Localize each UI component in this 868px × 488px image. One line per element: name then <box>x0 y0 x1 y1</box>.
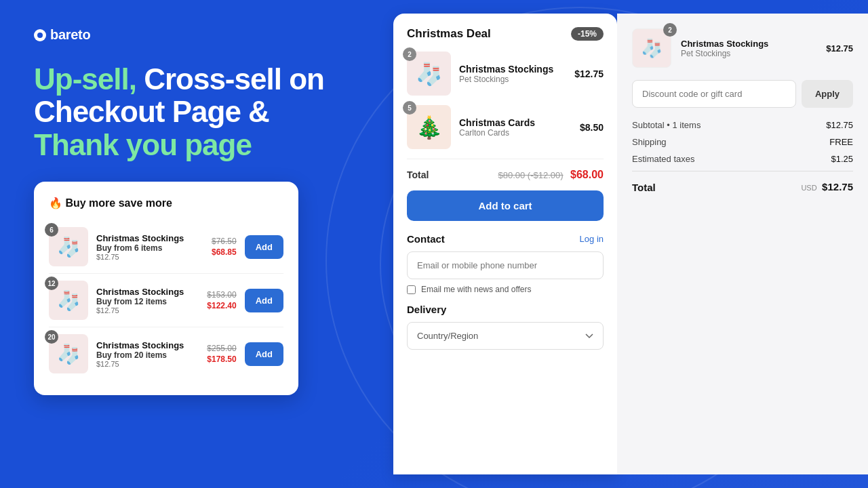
deal-cards-info: Christmas Cards Carlton Cards <box>459 117 572 138</box>
page-layout: bareto Up-sell, Cross-sell onCheckout Pa… <box>0 0 868 488</box>
headline-green2: Thank you page <box>34 128 252 161</box>
left-panel: bareto Up-sell, Cross-sell onCheckout Pa… <box>0 0 393 488</box>
summary-item-row: 2 🧦 Christmas Stockings Pet Stockings $1… <box>632 28 853 68</box>
total-value-group: USD $12.75 <box>801 181 853 193</box>
right-panel: Christmas Deal -15% 2 🧦 Christmas Stocki… <box>393 0 868 488</box>
taxes-label: Estimated taxes <box>632 154 695 164</box>
subtotal-value: $12.75 <box>826 120 853 130</box>
headline-green: Up-sell, <box>34 62 136 96</box>
total-value: $12.75 <box>822 181 853 192</box>
subtotal-row: Subtotal • 1 items $12.75 <box>632 120 853 130</box>
item-price-sale-1: $68.85 <box>212 247 237 257</box>
item-name-2: Christmas Stockings <box>96 287 199 297</box>
delivery-title: Delivery <box>407 304 604 315</box>
logo: bareto <box>34 27 359 43</box>
item-img-wrap-1: 6 🧦 <box>49 227 88 266</box>
logo-icon <box>34 29 46 41</box>
shipping-label: Shipping <box>632 137 667 147</box>
item-img-wrap-3: 20 🧦 <box>49 334 88 373</box>
item-price-orig-3: $255.00 <box>207 344 236 353</box>
email-input[interactable] <box>407 251 604 279</box>
add-button-2[interactable]: Add <box>245 289 283 312</box>
deal-stocking-img-wrap: 2 🧦 <box>407 52 451 96</box>
item-prices-2: $153.00 $122.40 <box>207 290 236 310</box>
item-unit-1: $12.75 <box>96 253 203 261</box>
add-button-1[interactable]: Add <box>245 235 283 259</box>
item-price-orig-2: $153.00 <box>207 290 236 300</box>
item-sub-3: Buy from 20 items <box>96 350 199 360</box>
item-price-sale-2: $122.40 <box>207 301 236 310</box>
deal-total-label: Total <box>407 169 429 180</box>
deal-total-orig: $80.00 (-$12.00) <box>498 170 563 180</box>
item-info-1: Christmas Stockings Buy from 6 items $12… <box>96 233 203 261</box>
upsell-item-3: 20 🧦 Christmas Stockings Buy from 20 ite… <box>49 327 283 380</box>
contact-header: Contact Log in <box>407 233 604 245</box>
upsell-widget: 🔥 Buy more save more 6 🧦 Christmas Stock… <box>34 182 298 395</box>
deal-cards-name: Christmas Cards <box>459 117 572 128</box>
item-unit-2: $12.75 <box>96 306 199 314</box>
item-unit-3: $12.75 <box>96 360 199 368</box>
summary-item-sub: Pet Stockings <box>681 49 816 58</box>
discount-input[interactable] <box>632 80 796 108</box>
add-to-cart-button[interactable]: Add to cart <box>407 190 604 221</box>
headline: Up-sell, Cross-sell onCheckout Page & Th… <box>34 63 359 161</box>
item-img-wrap-2: 12 🧦 <box>49 281 88 320</box>
checkout-card: Christmas Deal -15% 2 🧦 Christmas Stocki… <box>393 14 617 474</box>
upsell-title: 🔥 Buy more save more <box>49 197 283 209</box>
taxes-row: Estimated taxes $1.25 <box>632 154 853 164</box>
deal-cards-img-wrap: 5 🎄 <box>407 105 451 149</box>
total-row: Total USD $12.75 <box>632 171 853 193</box>
deal-cards-sub: Carlton Cards <box>459 128 572 138</box>
newsletter-checkbox-row: Email me with news and offers <box>407 285 604 294</box>
logo-text: bareto <box>50 27 90 43</box>
country-select[interactable]: Country/Region <box>407 322 604 350</box>
total-label: Total <box>632 182 656 193</box>
deal-stocking-price: $12.75 <box>574 68 604 79</box>
item-name-1: Christmas Stockings <box>96 233 203 243</box>
deal-total-sale: $68.00 <box>570 169 604 180</box>
taxes-value: $1.25 <box>831 154 853 164</box>
item-price-sale-3: $178.50 <box>207 354 236 364</box>
summary-img-wrap: 2 🧦 <box>632 28 671 68</box>
upsell-item-2: 12 🧦 Christmas Stockings Buy from 12 ite… <box>49 274 283 327</box>
deal-total-row: Total $80.00 (-$12.00) $68.00 <box>407 159 604 181</box>
item-info-2: Christmas Stockings Buy from 12 items $1… <box>96 287 199 314</box>
deal-header: Christmas Deal -15% <box>407 27 604 41</box>
delivery-section: Delivery Country/Region <box>407 304 604 350</box>
deal-total-prices: $80.00 (-$12.00) $68.00 <box>498 169 604 181</box>
summary-item-name: Christmas Stockings <box>681 39 816 49</box>
item-info-3: Christmas Stockings Buy from 20 items $1… <box>96 340 199 368</box>
order-summary-panel: 2 🧦 Christmas Stockings Pet Stockings $1… <box>617 14 868 474</box>
upsell-item-1: 6 🧦 Christmas Stockings Buy from 6 items… <box>49 220 283 274</box>
deal-cards-price: $8.50 <box>580 122 604 133</box>
item-price-orig-1: $76.50 <box>212 237 237 246</box>
deal-item-stockings: 2 🧦 Christmas Stockings Pet Stockings $1… <box>407 52 604 96</box>
summary-item-info: Christmas Stockings Pet Stockings <box>681 39 816 58</box>
deal-badge: -15% <box>571 27 604 41</box>
item-sub-2: Buy from 12 items <box>96 297 199 306</box>
deal-stocking-sub: Pet Stockings <box>459 75 566 84</box>
log-in-link[interactable]: Log in <box>580 234 604 244</box>
deal-cards-badge: 5 <box>403 101 416 115</box>
shipping-row: Shipping FREE <box>632 137 853 147</box>
deal-stocking-info: Christmas Stockings Pet Stockings <box>459 64 566 84</box>
shipping-value: FREE <box>829 137 853 147</box>
item-sub-1: Buy from 6 items <box>96 243 203 253</box>
add-button-3[interactable]: Add <box>245 342 283 366</box>
item-name-3: Christmas Stockings <box>96 340 199 350</box>
deal-stocking-badge: 2 <box>403 47 416 61</box>
item-prices-1: $76.50 $68.85 <box>212 237 237 257</box>
newsletter-checkbox[interactable] <box>407 285 416 294</box>
summary-item-badge: 2 <box>663 23 677 37</box>
contact-section: Contact Log in Email me with news and of… <box>407 233 604 294</box>
deal-stocking-name: Christmas Stockings <box>459 64 566 75</box>
newsletter-label: Email me with news and offers <box>421 285 532 294</box>
subtotal-label: Subtotal • 1 items <box>632 120 701 130</box>
deal-item-cards: 5 🎄 Christmas Cards Carlton Cards $8.50 <box>407 105 604 149</box>
deal-title: Christmas Deal <box>407 27 491 41</box>
total-currency: USD <box>801 184 816 192</box>
summary-item-price: $12.75 <box>826 43 853 54</box>
discount-row: Apply <box>632 80 853 108</box>
contact-title: Contact <box>407 233 445 245</box>
apply-button[interactable]: Apply <box>802 80 853 108</box>
